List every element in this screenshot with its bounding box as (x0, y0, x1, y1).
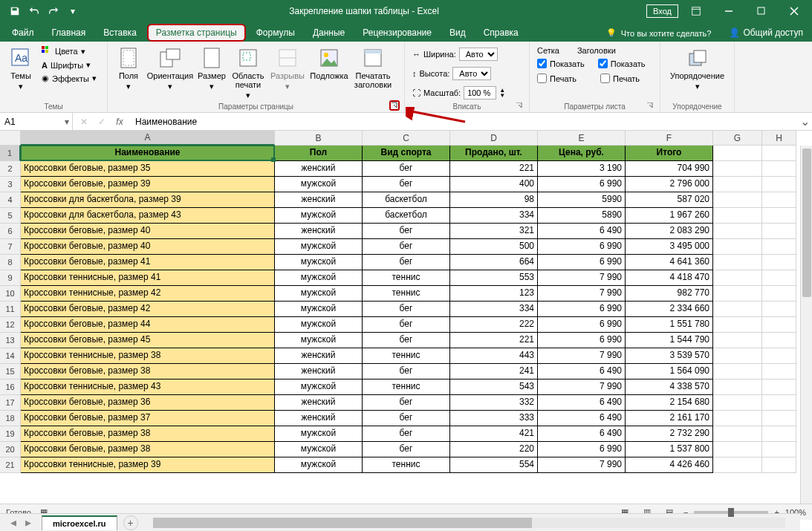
data-cell[interactable]: 664 (450, 255, 538, 270)
formula-input[interactable]: Наименование (131, 117, 797, 127)
data-cell[interactable]: бег (363, 364, 450, 379)
data-cell[interactable]: 553 (450, 270, 538, 286)
row-header-14[interactable]: 14 (0, 348, 21, 364)
tab-data[interactable]: Данные (304, 24, 354, 42)
colors-button[interactable]: Цвета ▾ (39, 45, 100, 58)
data-cell[interactable]: 2 083 290 (626, 224, 713, 239)
minimize-icon[interactable] (714, 0, 744, 22)
data-cell[interactable]: женский (275, 161, 363, 177)
tab-home[interactable]: Главная (43, 24, 95, 42)
data-cell[interactable]: мужской (275, 270, 363, 286)
data-cell[interactable]: Кроссовки беговые, размер 38 (21, 426, 275, 442)
header-cell[interactable]: Пол (275, 146, 363, 161)
cells-area[interactable]: НаименованиеПолВид спортаПродано, шт.Цен… (21, 146, 796, 473)
data-cell[interactable]: 554 (450, 457, 538, 473)
height-select[interactable]: Авто (452, 67, 491, 80)
data-cell[interactable]: женский (275, 411, 363, 426)
data-cell[interactable]: бег (363, 224, 450, 239)
col-header-H[interactable]: H (762, 131, 796, 146)
data-cell[interactable]: мужской (275, 302, 363, 317)
tab-page-layout[interactable]: Разметка страницы (147, 24, 246, 42)
row-header-1[interactable]: 1 (0, 146, 21, 161)
data-cell[interactable]: мужской (275, 379, 363, 395)
row-header-10[interactable]: 10 (0, 286, 21, 302)
tab-view[interactable]: Вид (441, 24, 475, 42)
data-cell[interactable]: Кроссовки теннисные, размер 39 (21, 457, 275, 473)
data-cell[interactable]: 98 (450, 192, 538, 208)
col-header-E[interactable]: E (538, 131, 626, 146)
printarea-button[interactable]: Область печати▾ (230, 45, 267, 101)
data-cell[interactable]: 1 564 090 (626, 364, 713, 379)
col-header-G[interactable]: G (713, 131, 762, 146)
data-cell[interactable]: Кроссовки беговые, размер 37 (21, 411, 275, 426)
data-cell[interactable]: 321 (450, 224, 538, 239)
background-button[interactable]: Подложка (308, 45, 350, 82)
data-cell[interactable]: теннис (363, 286, 450, 302)
col-header-D[interactable]: D (450, 131, 538, 146)
cancel-icon[interactable]: ✕ (76, 114, 92, 129)
data-cell[interactable]: 2 732 290 (626, 426, 713, 442)
data-cell[interactable]: теннис (363, 348, 450, 364)
tell-me-search[interactable]: 💡 Что вы хотите сделать? (597, 25, 721, 42)
sheet-nav-next-icon[interactable]: ▸ (22, 517, 34, 529)
data-cell[interactable]: 543 (450, 379, 538, 395)
row-header-17[interactable]: 17 (0, 395, 21, 411)
qat-customize-icon[interactable]: ▾ (64, 2, 82, 20)
data-cell[interactable]: 6 490 (538, 224, 626, 239)
data-cell[interactable]: мужской (275, 333, 363, 348)
data-cell[interactable]: Кроссовки теннисные, размер 41 (21, 270, 275, 286)
row-header-21[interactable]: 21 (0, 457, 21, 473)
tab-insert[interactable]: Вставка (94, 24, 146, 42)
share-button[interactable]: 👤 Общий доступ (720, 24, 812, 42)
data-cell[interactable]: 587 020 (626, 192, 713, 208)
header-cell[interactable]: Вид спорта (363, 146, 450, 161)
data-cell[interactable]: 220 (450, 442, 538, 457)
data-cell[interactable]: бег (363, 161, 450, 177)
data-cell[interactable]: бег (363, 333, 450, 348)
pagesetup-launcher[interactable] (389, 100, 400, 111)
data-cell[interactable]: 400 (450, 177, 538, 192)
data-cell[interactable]: 2 154 680 (626, 395, 713, 411)
effects-button[interactable]: ◉Эффекты ▾ (39, 72, 100, 85)
data-cell[interactable]: бег (363, 255, 450, 270)
maximize-icon[interactable] (747, 0, 776, 22)
tab-review[interactable]: Рецензирование (354, 24, 441, 42)
data-cell[interactable]: Кроссовки теннисные, размер 43 (21, 379, 275, 395)
header-cell[interactable]: Продано, шт. (450, 146, 538, 161)
data-cell[interactable]: 2 161 170 (626, 411, 713, 426)
data-cell[interactable]: бег (363, 442, 450, 457)
redo-icon[interactable] (45, 2, 62, 20)
data-cell[interactable]: Кроссовки теннисные, размер 38 (21, 348, 275, 364)
data-cell[interactable]: 334 (450, 208, 538, 224)
data-cell[interactable]: Кроссовки теннисные, размер 42 (21, 286, 275, 302)
col-header-F[interactable]: F (626, 131, 713, 146)
data-cell[interactable]: 3 495 000 (626, 239, 713, 255)
row-header-19[interactable]: 19 (0, 426, 21, 442)
size-button[interactable]: Размер▾ (195, 45, 228, 92)
data-cell[interactable]: Кроссовки беговые, размер 38 (21, 442, 275, 457)
data-cell[interactable]: Кроссовки беговые, размер 41 (21, 255, 275, 270)
breaks-button[interactable]: Разрывы▾ (268, 45, 307, 92)
data-cell[interactable]: 982 770 (626, 286, 713, 302)
vertical-scrollbar[interactable] (800, 146, 812, 504)
data-cell[interactable]: мужской (275, 239, 363, 255)
col-header-B[interactable]: B (275, 131, 363, 146)
themes-button[interactable]: Aa Темы ▾ (4, 45, 37, 92)
data-cell[interactable]: 332 (450, 395, 538, 411)
data-cell[interactable]: 6 490 (538, 364, 626, 379)
data-cell[interactable]: 6 990 (538, 442, 626, 457)
data-cell[interactable]: Кроссовки беговые, размер 35 (21, 161, 275, 177)
tab-help[interactable]: Справка (475, 24, 527, 42)
headers-print-check[interactable]: Печать (597, 72, 643, 85)
row-header-7[interactable]: 7 (0, 239, 21, 255)
data-cell[interactable]: Кроссовки беговые, размер 45 (21, 333, 275, 348)
data-cell[interactable]: Кроссовки беговые, размер 40 (21, 224, 275, 239)
data-cell[interactable]: 221 (450, 161, 538, 177)
data-cell[interactable]: мужской (275, 317, 363, 333)
data-cell[interactable]: Кроссовки для баскетбола, размер 43 (21, 208, 275, 224)
data-cell[interactable]: 3 539 570 (626, 348, 713, 364)
row-header-8[interactable]: 8 (0, 255, 21, 270)
data-cell[interactable]: 6 490 (538, 411, 626, 426)
save-icon[interactable] (6, 2, 24, 20)
data-cell[interactable]: 704 990 (626, 161, 713, 177)
